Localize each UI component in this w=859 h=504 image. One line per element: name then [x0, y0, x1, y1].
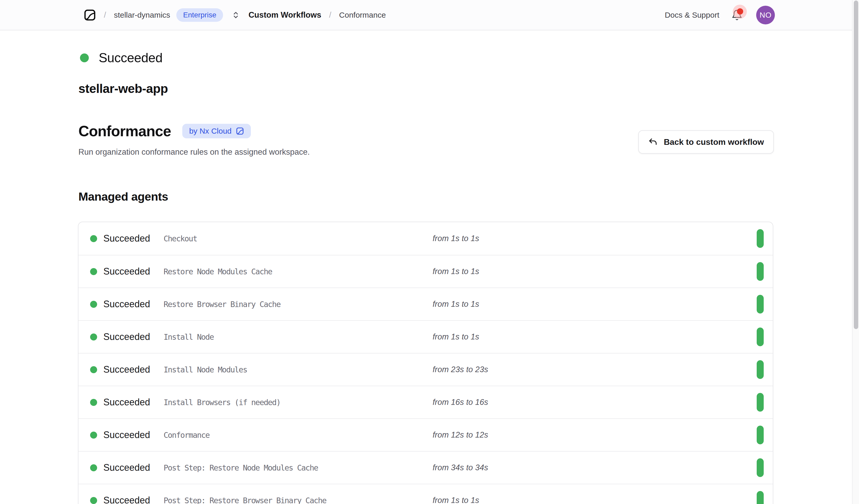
- step-duration: from 12s to 12s: [433, 430, 488, 440]
- step-timeline-bar[interactable]: [757, 229, 764, 248]
- step-timeline-bar[interactable]: [757, 426, 764, 444]
- step-name: Checkout: [164, 234, 433, 243]
- agent-step-row[interactable]: Succeeded Install Browsers (if needed) f…: [78, 386, 773, 418]
- workflow-header: Conformance by Nx Cloud: [78, 122, 251, 140]
- step-duration: from 16s to 16s: [433, 398, 488, 407]
- breadcrumb-workspace[interactable]: stellar-dynamics: [114, 11, 170, 19]
- status-dot: [90, 464, 97, 471]
- step-name: Post Step: Restore Browser Binary Cache: [164, 496, 433, 504]
- breadcrumb-separator: /: [329, 10, 331, 20]
- agent-step-row[interactable]: Succeeded Restore Node Modules Cache fro…: [78, 255, 773, 288]
- docs-support-link[interactable]: Docs & Support: [665, 11, 719, 19]
- agent-step-row[interactable]: Succeeded Post Step: Restore Node Module…: [78, 451, 773, 484]
- nx-cloud-logo[interactable]: [84, 9, 96, 21]
- step-duration: from 1s to 1s: [433, 267, 479, 276]
- breadcrumb-separator: /: [104, 10, 106, 20]
- nx-cloud-logo-icon: [236, 127, 244, 135]
- return-arrow-icon: [648, 137, 658, 147]
- workflow-title: Conformance: [78, 122, 171, 140]
- step-status: Succeeded: [103, 233, 164, 244]
- step-timeline-bar[interactable]: [757, 262, 764, 281]
- nx-cloud-logo-icon: [84, 9, 96, 21]
- step-duration: from 1s to 1s: [433, 234, 479, 243]
- step-status: Succeeded: [103, 332, 164, 342]
- step-timeline-bar[interactable]: [757, 360, 764, 379]
- step-status: Succeeded: [103, 429, 164, 440]
- breadcrumb-section[interactable]: Custom Workflows: [248, 10, 321, 20]
- step-name: Conformance: [164, 430, 433, 440]
- step-status: Succeeded: [103, 495, 164, 504]
- step-name: Install Node Modules: [164, 365, 433, 374]
- step-duration: from 1s to 1s: [433, 332, 479, 341]
- user-avatar[interactable]: NO: [756, 6, 775, 25]
- workspace-title: stellar-web-app: [78, 81, 168, 96]
- agent-step-row[interactable]: Succeeded Conformance from 12s to 12s: [78, 418, 773, 451]
- status-label: Succeeded: [99, 50, 163, 65]
- step-duration: from 34s to 34s: [433, 463, 488, 472]
- navbar-actions: Docs & Support NO: [665, 6, 775, 25]
- notifications-button[interactable]: [731, 9, 743, 21]
- provider-badge-label: by Nx Cloud: [189, 127, 231, 136]
- step-status: Succeeded: [103, 299, 164, 310]
- managed-agents-list: Succeeded Checkout from 1s to 1s Succeed…: [78, 222, 773, 504]
- step-status: Succeeded: [103, 266, 164, 277]
- agent-step-row[interactable]: Succeeded Checkout from 1s to 1s: [78, 222, 773, 255]
- step-status: Succeeded: [103, 364, 164, 375]
- step-timeline-bar[interactable]: [757, 295, 764, 314]
- step-name: Install Browsers (if needed): [164, 398, 433, 407]
- step-name: Restore Node Modules Cache: [164, 267, 433, 276]
- scrollbar-thumb[interactable]: [854, 1, 858, 329]
- top-navbar: / stellar-dynamics Enterprise Custom Wor…: [0, 0, 859, 30]
- status-dot: [90, 432, 97, 439]
- status-dot: [90, 399, 97, 406]
- plan-badge: Enterprise: [176, 8, 223, 22]
- back-to-custom-workflow-button[interactable]: Back to custom workflow: [638, 130, 774, 154]
- step-timeline-bar[interactable]: [757, 327, 764, 346]
- step-name: Install Node: [164, 333, 433, 341]
- step-status: Succeeded: [103, 462, 164, 473]
- agent-step-row[interactable]: Succeeded Install Node Modules from 23s …: [78, 353, 773, 386]
- step-timeline-bar[interactable]: [757, 393, 764, 412]
- breadcrumb-page: Conformance: [339, 11, 386, 19]
- status-dot: [90, 334, 97, 340]
- workflow-description: Run organization conformance rules on th…: [78, 148, 310, 157]
- run-status: Succeeded: [80, 50, 163, 65]
- step-status: Succeeded: [103, 397, 164, 408]
- nx-cloud-provider-badge[interactable]: by Nx Cloud: [182, 124, 251, 138]
- agent-step-row[interactable]: Succeeded Install Node from 1s to 1s: [78, 320, 773, 353]
- step-timeline-bar[interactable]: [757, 491, 764, 504]
- status-dot: [90, 497, 97, 504]
- workspace-switcher-button[interactable]: [231, 11, 240, 19]
- back-button-label: Back to custom workflow: [664, 137, 764, 147]
- managed-agents-heading: Managed agents: [78, 190, 168, 203]
- scrollbar-track[interactable]: [852, 0, 859, 504]
- chevron-up-down-icon: [231, 11, 240, 19]
- step-duration: from 23s to 23s: [433, 365, 488, 374]
- agent-step-row[interactable]: Succeeded Post Step: Restore Browser Bin…: [78, 484, 773, 504]
- status-dot: [90, 268, 97, 275]
- breadcrumb: / stellar-dynamics Enterprise Custom Wor…: [84, 8, 386, 22]
- status-dot: [80, 54, 89, 62]
- agent-step-row[interactable]: Succeeded Restore Browser Binary Cache f…: [78, 288, 773, 320]
- step-name: Restore Browser Binary Cache: [164, 300, 433, 309]
- status-dot: [90, 366, 97, 373]
- step-name: Post Step: Restore Node Modules Cache: [164, 463, 433, 472]
- status-dot: [90, 301, 97, 308]
- step-duration: from 1s to 1s: [433, 300, 479, 309]
- notification-badge: [737, 8, 743, 15]
- step-duration: from 1s to 1s: [433, 496, 479, 504]
- status-dot: [90, 235, 97, 242]
- step-timeline-bar[interactable]: [757, 458, 764, 477]
